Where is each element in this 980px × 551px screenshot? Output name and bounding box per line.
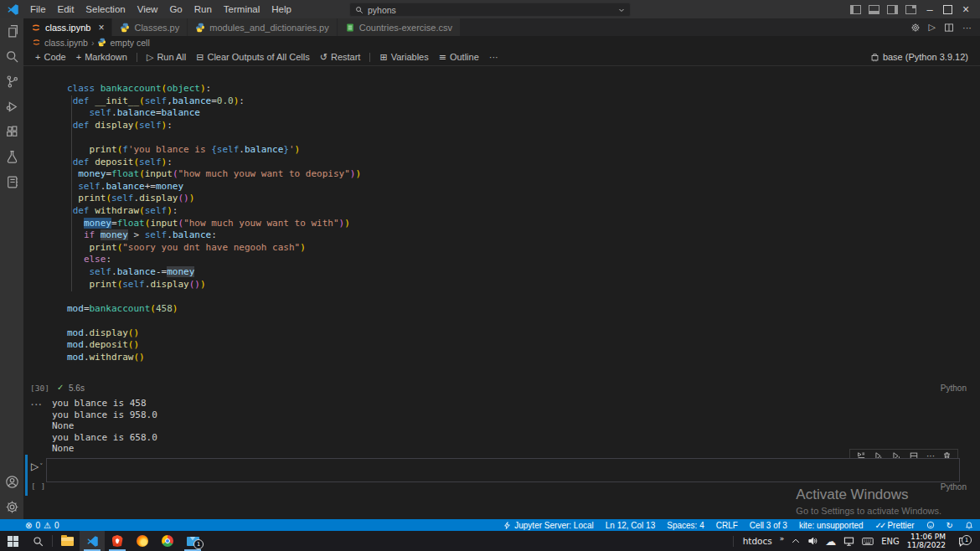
taskbar-brave-icon[interactable] xyxy=(105,531,130,551)
menu-go[interactable]: Go xyxy=(163,0,188,18)
code-line[interactable]: mod.deposit() xyxy=(67,339,980,352)
menu-file[interactable]: File xyxy=(24,0,52,18)
variables-button[interactable]: ⊞Variables xyxy=(374,52,433,63)
menu-terminal[interactable]: Terminal xyxy=(218,0,266,18)
code-line[interactable]: mod.withdraw() xyxy=(67,352,980,364)
code-line[interactable]: money=float(input("how much youw want to… xyxy=(67,168,980,181)
code-line[interactable]: print(self.display()) xyxy=(67,193,980,205)
start-button[interactable] xyxy=(0,531,25,551)
code-line[interactable]: print("soory you dnt have negooh cash") xyxy=(67,242,980,255)
taskbar-search-icon[interactable] xyxy=(25,531,50,551)
chevron-down-icon[interactable] xyxy=(618,7,625,13)
restart-button[interactable]: ↺Restart xyxy=(315,52,366,63)
notifications-bell-icon[interactable] xyxy=(965,521,973,529)
add-markdown-cell-button[interactable]: +Markdown xyxy=(71,52,132,62)
toggle-secondary-sidebar-icon[interactable] xyxy=(887,5,898,14)
menu-view[interactable]: View xyxy=(132,0,164,18)
tab-modules_and_dictionaries.py[interactable]: modules_and_dictionaries.py xyxy=(188,18,337,36)
onedrive-cloud-icon[interactable]: ☁ xyxy=(825,535,836,548)
account-icon[interactable] xyxy=(0,469,23,494)
tab-Classes.py[interactable]: Classes.py xyxy=(112,18,188,36)
toggle-sidebar-icon[interactable] xyxy=(850,5,861,14)
outline-button[interactable]: ≡Outline xyxy=(434,52,484,63)
code-line[interactable]: mod.display() xyxy=(67,327,980,340)
toggle-panel-icon[interactable] xyxy=(869,5,879,14)
run-debug-icon[interactable] xyxy=(0,94,23,119)
taskbar-firefox-icon[interactable] xyxy=(130,531,155,551)
file-explorer-icon[interactable] xyxy=(54,531,80,551)
action-center-icon[interactable]: 1 xyxy=(953,536,973,547)
feedback-icon[interactable] xyxy=(926,521,935,529)
taskbar-vscode-icon[interactable] xyxy=(80,531,105,551)
speaker-icon[interactable] xyxy=(807,536,818,546)
close-button[interactable]: × xyxy=(960,3,972,16)
menu-help[interactable]: Help xyxy=(266,0,297,18)
code-line[interactable]: print(self.display()) xyxy=(67,279,980,291)
toolbar-more-button[interactable]: ··· xyxy=(484,52,503,62)
code-line[interactable]: else: xyxy=(67,254,980,266)
close-tab-icon[interactable]: × xyxy=(98,22,104,33)
code-line[interactable]: self.balance=balance xyxy=(67,107,980,120)
breadcrumb-cell[interactable]: empty cell xyxy=(110,38,149,48)
taskbar-chrome-icon[interactable] xyxy=(155,531,180,551)
code-line[interactable]: print(f'you blance is {self.balance}') xyxy=(67,144,980,157)
code-line[interactable]: def display(self): xyxy=(67,120,980,132)
problems-indicator[interactable]: ⊗0 ⚠0 xyxy=(25,521,59,530)
source-control-icon[interactable] xyxy=(0,69,23,94)
settings-gear-icon[interactable] xyxy=(0,494,23,519)
code-line[interactable] xyxy=(67,315,980,327)
code-line[interactable]: mod=bankaccount(458) xyxy=(67,303,980,316)
command-search-input[interactable]: pyhons xyxy=(349,3,631,17)
menu-selection[interactable]: Selection xyxy=(80,0,131,18)
jupyter-server-status[interactable]: Jupyter Server: Local xyxy=(503,521,594,530)
minimize-button[interactable]: – xyxy=(924,3,936,16)
prettier-status[interactable]: ✓✓ Prettier xyxy=(875,521,915,530)
code-line[interactable]: self.balance+=money xyxy=(67,181,980,193)
more-actions-icon[interactable]: ··· xyxy=(962,23,972,33)
split-editor-icon[interactable] xyxy=(944,23,954,33)
output-collapse-control[interactable]: ··· xyxy=(31,399,43,409)
taskbar-mail-icon[interactable]: 1 xyxy=(180,531,205,551)
notebook-settings-gear-icon[interactable] xyxy=(910,23,921,33)
tab-class.ipynb[interactable]: class.ipynb× xyxy=(23,18,112,36)
code-line[interactable]: self.balance-=money xyxy=(67,266,980,279)
cell-language-badge[interactable]: Python xyxy=(941,482,967,492)
empty-cell-editor[interactable] xyxy=(46,458,960,482)
run-all-button[interactable]: ▷Run All xyxy=(142,52,191,63)
code-line[interactable]: def deposit(self): xyxy=(67,157,980,169)
code-cell-editor[interactable]: class bankaccount(object): def __init__(… xyxy=(67,83,980,364)
tab-Countries-exercise.csv[interactable]: Countries-exercise.csv xyxy=(338,18,461,36)
run-cell-button[interactable]: ▷ ˅ xyxy=(31,461,43,472)
customize-layout-icon[interactable] xyxy=(905,5,916,14)
code-line[interactable]: def withdraw(self): xyxy=(67,205,980,218)
touch-keyboard-icon[interactable] xyxy=(862,537,874,546)
indentation-setting[interactable]: Spaces: 4 xyxy=(667,521,704,530)
testing-icon[interactable] xyxy=(0,144,23,169)
toolbar-chevron-icon[interactable]: » xyxy=(780,534,785,543)
kernel-picker[interactable]: base (Python 3.9.12) xyxy=(870,52,980,62)
cell-language-badge[interactable]: Python xyxy=(941,384,967,393)
language-indicator[interactable]: ENG xyxy=(881,537,900,546)
code-line[interactable]: money=float(input("how much youw want to… xyxy=(67,218,980,230)
cursor-position[interactable]: Ln 12, Col 13 xyxy=(606,521,656,530)
kite-status[interactable]: kite: unsupported xyxy=(799,521,864,530)
run-interactive-icon[interactable]: ▷ xyxy=(929,22,936,33)
run-options-chevron-icon[interactable]: ˅ xyxy=(39,463,43,471)
extensions-icon[interactable] xyxy=(0,119,23,144)
code-line[interactable]: if money > self.balance: xyxy=(67,229,980,242)
network-icon[interactable] xyxy=(843,537,854,546)
clear-outputs-button[interactable]: ⊟Clear Outputs of All Cells xyxy=(191,52,315,63)
menu-run[interactable]: Run xyxy=(188,0,218,18)
code-line[interactable] xyxy=(67,131,980,144)
explorer-icon[interactable] xyxy=(0,18,23,44)
add-code-cell-button[interactable]: +Code xyxy=(30,52,71,62)
eol-setting[interactable]: CRLF xyxy=(716,521,738,530)
code-line[interactable]: class bankaccount(object): xyxy=(67,83,980,95)
code-line[interactable] xyxy=(67,291,980,303)
code-line[interactable]: def __init__(self,balance=0.0): xyxy=(67,95,980,108)
hidden-icons-chevron[interactable] xyxy=(792,538,800,544)
cell-position[interactable]: Cell 3 of 3 xyxy=(750,521,787,530)
search-sidebar-icon[interactable] xyxy=(0,44,23,69)
sync-icon[interactable]: ↻ xyxy=(946,521,953,530)
notebook-icon[interactable] xyxy=(0,169,23,194)
